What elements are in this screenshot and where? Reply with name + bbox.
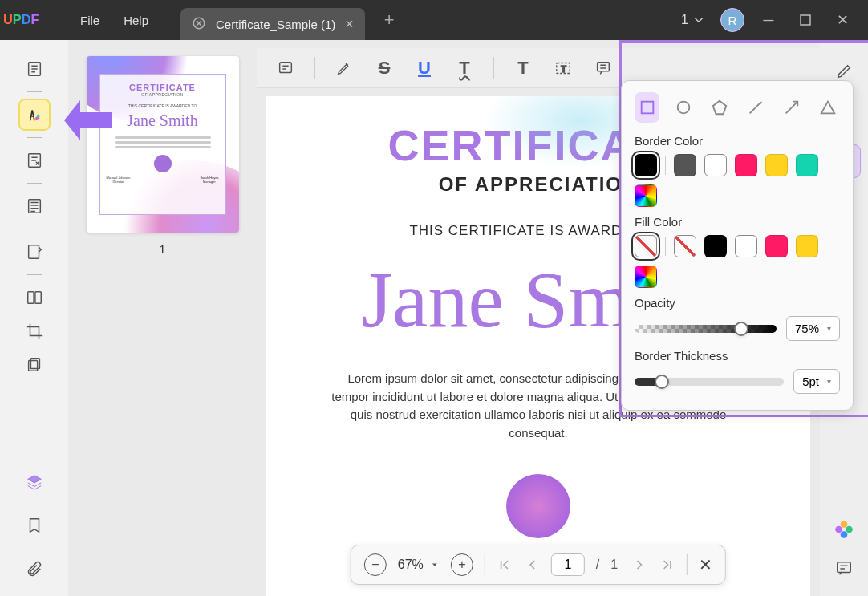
border-color-label: Border Color (635, 134, 840, 148)
text-icon[interactable]: T (507, 52, 539, 84)
svg-rect-11 (28, 361, 37, 371)
prev-page-button[interactable] (524, 557, 540, 573)
callout-icon[interactable] (587, 52, 619, 84)
tab-close-icon[interactable]: × (345, 16, 354, 33)
new-tab-button[interactable]: + (384, 10, 395, 30)
highlighter-icon[interactable] (328, 52, 360, 84)
page-input[interactable] (551, 553, 585, 576)
shape-picker (635, 92, 840, 123)
title-page-indicator[interactable]: 1 (681, 13, 706, 27)
zoom-dropdown[interactable]: 67% (398, 557, 440, 572)
svg-text:T: T (561, 63, 566, 73)
fill-color-label: Fill Color (635, 215, 840, 229)
zoom-in-button[interactable]: + (451, 553, 473, 576)
doc-seal (506, 474, 570, 538)
user-avatar[interactable]: R (720, 8, 744, 32)
arrow-shape[interactable] (779, 92, 804, 123)
svg-rect-23 (838, 562, 851, 573)
fill-swatch-yellow[interactable] (796, 235, 818, 257)
svg-marker-26 (712, 101, 726, 115)
svg-rect-8 (27, 292, 33, 304)
stack-tool[interactable] (20, 351, 49, 379)
thumb-seal (154, 155, 172, 172)
fill-swatch-pink[interactable] (765, 235, 788, 257)
window-maximize-icon[interactable] (797, 14, 813, 26)
zoombar-close-icon[interactable]: ✕ (699, 555, 712, 574)
edit-tool[interactable] (20, 146, 49, 175)
main-menu: File Help (80, 14, 148, 27)
squiggly-icon[interactable]: T (448, 52, 481, 84)
fill-swatch-custom[interactable] (635, 266, 657, 288)
thumb-awarded: THIS CERTIFICATE IS AWARDED TO (107, 103, 219, 108)
border-color-row (635, 154, 840, 207)
chevron-down-icon (430, 560, 440, 570)
svg-point-19 (841, 521, 848, 528)
border-swatch-gray[interactable] (674, 154, 696, 176)
border-swatch-black[interactable] (635, 154, 657, 176)
zoom-value: 67% (398, 557, 424, 572)
next-page-button[interactable] (632, 557, 648, 573)
ai-icon[interactable] (834, 519, 854, 543)
thickness-thumb[interactable] (655, 375, 669, 389)
opacity-slider[interactable] (635, 321, 777, 337)
border-swatch-pink[interactable] (735, 154, 757, 176)
opacity-thumb[interactable] (734, 322, 748, 336)
page-tool[interactable] (20, 192, 49, 221)
chat-icon[interactable] (835, 559, 853, 580)
tab-doc-icon (192, 16, 206, 33)
comment-tool[interactable] (20, 100, 49, 129)
textbox-icon[interactable]: T (547, 52, 579, 84)
svg-point-20 (846, 526, 853, 533)
underline-icon[interactable]: U (408, 52, 440, 84)
fill-swatch-none[interactable] (635, 235, 657, 257)
thickness-label: Border Thickness (635, 349, 840, 363)
reader-tool[interactable] (20, 55, 49, 83)
page-thumbnail[interactable]: CERTIFICATE OF APPRECIATION THIS CERTIFI… (87, 56, 239, 233)
window-controls: ─ ✕ (761, 11, 850, 29)
chevron-down-icon: ▾ (827, 377, 831, 386)
layers-icon[interactable] (20, 468, 49, 497)
svg-rect-24 (641, 102, 653, 114)
svg-point-25 (677, 102, 689, 114)
app-logo: UPDF (0, 12, 64, 28)
window-close-icon[interactable]: ✕ (834, 11, 850, 29)
menu-file[interactable]: File (80, 14, 99, 27)
triangle-shape[interactable] (815, 92, 840, 123)
thickness-slider[interactable] (635, 374, 784, 390)
border-swatch-white[interactable] (704, 154, 727, 176)
compare-tool[interactable] (20, 283, 49, 312)
opacity-dropdown[interactable]: 75%▾ (786, 316, 840, 341)
polygon-shape[interactable] (707, 92, 732, 123)
svg-rect-15 (598, 62, 610, 71)
fill-color-row (635, 235, 840, 288)
crop-tool[interactable] (20, 317, 49, 346)
svg-rect-2 (801, 15, 810, 25)
rectangle-shape[interactable] (635, 92, 659, 123)
bookmark-icon[interactable] (20, 511, 49, 540)
sticky-note-icon[interactable] (270, 52, 302, 84)
border-swatch-yellow[interactable] (765, 154, 788, 176)
thickness-dropdown[interactable]: 5pt▾ (793, 369, 840, 394)
window-minimize-icon[interactable]: ─ (761, 12, 777, 29)
mode-sidebar (0, 40, 68, 596)
organize-tool[interactable] (20, 237, 49, 266)
title-page-number: 1 (681, 13, 688, 27)
line-shape[interactable] (743, 92, 768, 123)
fill-swatch-none2[interactable] (674, 235, 696, 257)
menu-help[interactable]: Help (124, 14, 148, 27)
first-page-button[interactable] (497, 557, 513, 573)
opacity-value: 75% (795, 322, 819, 335)
attachment-icon[interactable] (20, 554, 49, 583)
svg-rect-7 (28, 245, 39, 259)
border-swatch-teal[interactable] (796, 154, 818, 176)
zoom-out-button[interactable]: − (364, 553, 387, 576)
oval-shape[interactable] (671, 92, 696, 123)
fill-swatch-black[interactable] (704, 235, 727, 257)
svg-point-22 (835, 526, 842, 533)
strikethrough-icon[interactable]: S (368, 52, 400, 84)
border-swatch-custom[interactable] (635, 184, 657, 207)
zoom-bar: − 67% + / 1 ✕ (351, 545, 726, 585)
fill-swatch-white[interactable] (735, 235, 757, 257)
document-tab[interactable]: Certificate_Sample (1) × (180, 8, 365, 40)
last-page-button[interactable] (659, 557, 675, 573)
